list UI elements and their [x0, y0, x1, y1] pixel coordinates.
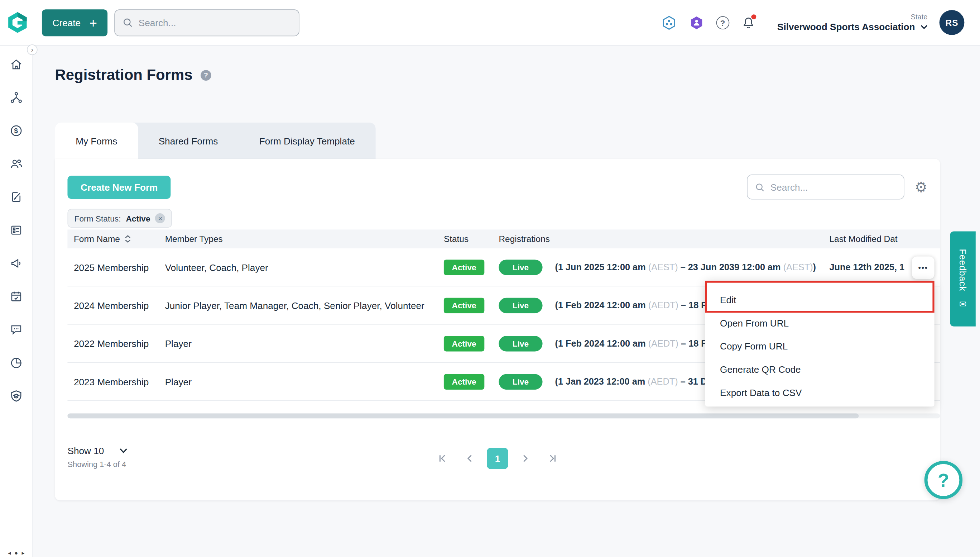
tab-shared-forms[interactable]: Shared Forms — [138, 122, 239, 159]
live-badge: Live — [498, 259, 542, 275]
header-status: Status — [437, 234, 493, 244]
app-viewport: Create + — [0, 0, 980, 557]
programs-icon[interactable] — [9, 223, 23, 237]
menu-item-export-data-to-csv[interactable]: Export Data to CSV — [705, 381, 934, 404]
search-icon — [123, 17, 133, 28]
app-root: Create + — [0, 0, 980, 557]
events-icon[interactable] — [9, 290, 23, 303]
topbar: Create + — [0, 0, 980, 46]
last-page-button[interactable] — [542, 448, 563, 469]
filter-label: Form Status: — [75, 213, 121, 223]
tab-my-forms[interactable]: My Forms — [55, 122, 138, 159]
network-hexagon-icon[interactable] — [661, 15, 677, 31]
member-types-cell: Volunteer, Coach, Player — [159, 262, 437, 272]
create-button[interactable]: Create + — [42, 9, 108, 36]
tab-form-display-template[interactable]: Form Display Template — [239, 122, 375, 159]
page-1-button[interactable]: 1 — [487, 448, 508, 469]
tab-bar: My Forms Shared Forms Form Display Templ… — [55, 122, 376, 159]
card-toolbar: Create New Form ⚙ — [67, 174, 927, 200]
table-settings-gear-icon[interactable]: ⚙ — [915, 180, 927, 194]
form-name-cell: 2023 Membership — [67, 376, 159, 387]
status-badge: Active — [444, 336, 484, 351]
form-name-cell: 2022 Membership — [67, 338, 159, 349]
page-size-dropdown[interactable]: Show 10 — [67, 445, 128, 456]
feedback-tab[interactable]: Feedback ✉ — [950, 231, 976, 327]
reg-window-text: (1 Jun 2025 12:00 am — [555, 262, 648, 272]
global-search — [115, 9, 299, 36]
reg-window-text: – 31 D — [678, 376, 707, 386]
menu-item-copy-form-url[interactable]: Copy Form URL — [705, 335, 934, 358]
forms-card: Create New Form ⚙ Form Status: Active × — [55, 159, 940, 500]
next-page-button[interactable] — [514, 448, 535, 469]
reg-timezone: (AEDT) — [648, 300, 678, 310]
registration-forms-icon[interactable] — [9, 190, 23, 204]
sort-icon[interactable] — [124, 235, 131, 243]
page-title-row: Registration Forms ? — [55, 66, 211, 84]
reg-window-text: (1 Feb 2024 12:00 am — [555, 338, 648, 349]
page-size-label: Show 10 — [67, 445, 104, 456]
avatar[interactable]: RS — [939, 10, 965, 35]
remove-filter-icon[interactable]: × — [156, 213, 165, 223]
menu-item-open-from-url[interactable]: Open From URL — [705, 311, 934, 335]
main-content: Registration Forms ? My Forms Shared For… — [32, 46, 980, 557]
status-badge: Active — [444, 259, 484, 275]
home-icon[interactable] — [9, 58, 23, 71]
table-search-input[interactable] — [771, 182, 897, 192]
feedback-label: Feedback — [958, 249, 968, 291]
org-switcher[interactable]: State Silverwood Sports Association — [777, 13, 927, 32]
marketplace-hexagon-icon[interactable] — [688, 15, 704, 31]
status-badge: Active — [444, 298, 484, 313]
help-fab-button[interactable]: ? — [925, 461, 962, 499]
reg-timezone: (AEDT) — [648, 338, 678, 349]
horizontal-scrollbar[interactable] — [67, 413, 940, 418]
finance-icon[interactable]: $ — [9, 124, 23, 137]
previous-page-button[interactable] — [459, 448, 481, 469]
app-logo[interactable] — [6, 11, 29, 34]
pager-left-icon[interactable]: ◂ — [8, 550, 11, 556]
courses-icon[interactable] — [9, 389, 23, 402]
notification-dot — [750, 14, 756, 20]
pager-right-icon[interactable]: ▸ — [22, 550, 25, 556]
members-icon[interactable] — [9, 157, 23, 171]
row-actions-ellipsis-button[interactable]: ••• — [912, 256, 935, 279]
help-icon-glyph: ? — [716, 16, 729, 29]
create-new-form-button[interactable]: Create New Form — [67, 175, 171, 199]
table-header-row: Form Name Member Types Status Registrati… — [67, 230, 940, 248]
registrations-cell: Live (1 Jun 2025 12:00 am (AEST) – 23 Ju… — [493, 259, 823, 275]
sidebar-pager: ◂ ● ▸ — [0, 550, 32, 556]
header-registrations: Registrations — [493, 234, 823, 244]
member-types-cell: Player — [159, 338, 437, 349]
notifications-bell-icon[interactable] — [741, 15, 755, 30]
chevron-down-icon — [920, 24, 927, 29]
status-cell: Active — [437, 259, 493, 275]
dollar-glyph: $ — [14, 127, 18, 134]
sidebar: $ — [0, 46, 32, 557]
menu-item-generate-qr-code[interactable]: Generate QR Code — [705, 358, 934, 381]
search-icon — [755, 182, 765, 192]
create-button-label: Create — [53, 17, 81, 28]
org-context-label: State — [777, 13, 927, 21]
help-icon[interactable]: ? — [716, 16, 729, 29]
envelope-icon: ✉ — [959, 299, 966, 309]
header-member-types: Member Types — [159, 234, 437, 244]
scrollbar-thumb[interactable] — [67, 413, 858, 418]
page-help-icon[interactable]: ? — [201, 70, 211, 81]
menu-item-edit[interactable]: Edit — [705, 288, 934, 311]
org-name: Silverwood Sports Association — [777, 21, 915, 32]
global-search-input[interactable] — [139, 17, 292, 28]
topbar-right: ? State Silverwood Sports Association R — [661, 10, 980, 35]
row-actions-menu: Edit Open From URL Copy Form URL Generat… — [705, 281, 934, 406]
form-name-cell: 2024 Membership — [67, 300, 159, 311]
reg-timezone: (AEST) — [648, 262, 678, 272]
first-page-button[interactable] — [432, 448, 453, 469]
pager-dot-icon[interactable]: ● — [15, 550, 18, 556]
messages-icon[interactable] — [9, 322, 23, 336]
reports-icon[interactable] — [9, 356, 23, 370]
live-badge: Live — [498, 336, 542, 351]
sidebar-expand-button[interactable]: › — [27, 44, 37, 55]
reg-window-text: – 23 Jun 2039 12:00 am — [678, 262, 784, 272]
communications-icon[interactable] — [9, 256, 23, 270]
page-title: Registration Forms — [55, 66, 193, 84]
member-types-cell: Junior Player, Team Manager, Coach, Seni… — [159, 300, 437, 311]
organisation-icon[interactable] — [9, 91, 23, 104]
